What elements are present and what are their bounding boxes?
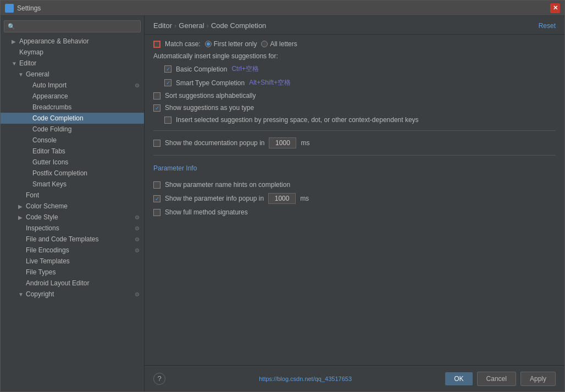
- sidebar-label: File Types: [26, 268, 56, 276]
- arrow-icon: ▼: [18, 71, 24, 78]
- all-letters-radio[interactable]: [261, 41, 268, 47]
- sidebar-item-appearance-behavior[interactable]: ▶ Appearance & Behavior: [1, 36, 144, 47]
- sidebar-label: Breadcrumbs: [32, 103, 71, 111]
- sidebar-item-file-code-templates[interactable]: File and Code Templates ⚙: [1, 234, 144, 245]
- show-param-hints-checkbox[interactable]: [153, 181, 160, 189]
- smart-type-checkbox[interactable]: [164, 79, 171, 86]
- arrow-icon: ▼: [12, 60, 17, 67]
- first-letter-label: First letter only: [214, 40, 257, 48]
- breadcrumb: Editor › General › Code Completion Reset: [145, 16, 564, 34]
- show-param-popup-label: Show the parameter info popup in: [165, 195, 264, 202]
- basic-completion-checkbox[interactable]: [164, 65, 171, 73]
- sidebar-item-smart-keys[interactable]: Smart Keys: [1, 179, 144, 190]
- show-param-popup-checkbox[interactable]: [153, 195, 160, 202]
- arrow-icon: ▼: [18, 291, 24, 297]
- settings-icon: ⚙: [135, 82, 140, 89]
- arrow-icon: ▶: [18, 203, 24, 209]
- settings-icon: ⚙: [135, 225, 140, 231]
- sidebar-item-code-style[interactable]: ▶ Code Style ⚙: [1, 212, 144, 223]
- show-full-method-checkbox[interactable]: [153, 209, 160, 216]
- show-full-method-row: Show full method signatures: [153, 208, 556, 216]
- settings-window: Settings ✕ 🔍 ▶ Appearance & Behavior Key…: [0, 0, 565, 392]
- sidebar-item-postfix-completion[interactable]: Postfix Completion: [1, 168, 144, 179]
- sidebar-item-font[interactable]: Font: [1, 190, 144, 201]
- sidebar-item-code-folding[interactable]: Code Folding: [1, 124, 144, 135]
- insert-selected-checkbox[interactable]: [164, 117, 171, 124]
- sidebar-label: Code Folding: [32, 125, 71, 133]
- basic-completion-label: Basic Completion: [176, 65, 227, 73]
- show-doc-popup-label: Show the documentation popup in: [165, 139, 264, 147]
- ok-button[interactable]: OK: [445, 372, 472, 385]
- sidebar-label: File Encodings: [26, 246, 69, 254]
- main-content: 🔍 ▶ Appearance & Behavior Keymap ▼ Edito…: [1, 16, 564, 391]
- titlebar: Settings ✕: [1, 1, 564, 16]
- settings-icon: ⚙: [135, 236, 140, 242]
- sidebar-item-auto-import[interactable]: Auto Import ⚙: [1, 80, 144, 91]
- sidebar-item-live-templates[interactable]: Live Templates: [1, 256, 144, 267]
- sidebar-label: Code Style: [26, 213, 58, 221]
- sidebar-label: Inspections: [26, 224, 59, 232]
- sidebar-item-file-encodings[interactable]: File Encodings ⚙: [1, 245, 144, 256]
- sidebar-label: Copyright: [26, 290, 54, 298]
- sidebar-item-file-types[interactable]: File Types: [1, 267, 144, 278]
- window-title: Settings: [17, 4, 41, 12]
- sidebar-label: General: [26, 70, 49, 78]
- sidebar-item-breadcrumbs[interactable]: Breadcrumbs: [1, 102, 144, 113]
- all-letters-radio-wrapper: All letters: [261, 40, 297, 48]
- insert-selected-row: Insert selected suggestion by pressing s…: [153, 116, 556, 124]
- sidebar-label: Gutter Icons: [32, 158, 68, 166]
- sidebar-label: Editor Tabs: [32, 147, 65, 155]
- app-icon: [5, 4, 14, 13]
- sidebar-item-editor-tabs[interactable]: Editor Tabs: [1, 146, 144, 157]
- basic-completion-shortcut: Ctrl+空格: [231, 64, 259, 74]
- sidebar-item-copyright[interactable]: ▼ Copyright ⚙: [1, 289, 144, 300]
- sidebar-item-inspections[interactable]: Inspections ⚙: [1, 223, 144, 234]
- sidebar-item-editor[interactable]: ▼ Editor: [1, 58, 144, 69]
- sidebar-item-android-layout-editor[interactable]: Android Layout Editor: [1, 278, 144, 289]
- sidebar-item-keymap[interactable]: Keymap: [1, 47, 144, 58]
- footer-url: https://blog.csdn.net/qq_43517653: [259, 376, 352, 382]
- show-suggestions-checkbox[interactable]: [153, 104, 160, 112]
- sort-suggestions-checkbox[interactable]: [153, 92, 160, 100]
- sidebar-item-general[interactable]: ▼ General: [1, 69, 144, 80]
- show-doc-popup-input[interactable]: 1000: [269, 137, 296, 148]
- parameter-info-header: Parameter Info: [153, 164, 197, 172]
- search-box: 🔍: [4, 20, 141, 32]
- arrow-icon: ▶: [18, 214, 24, 220]
- show-doc-popup-checkbox[interactable]: [153, 140, 160, 147]
- basic-completion-row: Basic Completion Ctrl+空格: [153, 64, 556, 74]
- sidebar-label: Android Layout Editor: [26, 279, 89, 287]
- sidebar-item-console[interactable]: Console: [1, 135, 144, 146]
- breadcrumb-code-completion: Code Completion: [211, 21, 266, 30]
- sidebar: 🔍 ▶ Appearance & Behavior Keymap ▼ Edito…: [1, 16, 145, 391]
- sidebar-label: Editor: [19, 59, 36, 67]
- sort-suggestions-label: Sort suggestions alphabetically: [165, 92, 256, 100]
- sidebar-label: Appearance: [32, 92, 68, 100]
- sidebar-label: Color Scheme: [26, 202, 68, 210]
- settings-icon: ⚙: [135, 214, 140, 220]
- right-panel: Editor › General › Code Completion Reset…: [145, 16, 564, 391]
- sidebar-item-code-completion[interactable]: Code Completion: [1, 113, 144, 124]
- reset-button[interactable]: Reset: [539, 22, 556, 30]
- footer: ? https://blog.csdn.net/qq_43517653 OK C…: [145, 365, 564, 391]
- first-letter-radio[interactable]: [205, 41, 212, 47]
- sidebar-item-color-scheme[interactable]: ▶ Color Scheme: [1, 201, 144, 212]
- settings-icon: ⚙: [135, 247, 140, 253]
- show-param-popup-ms: ms: [300, 195, 309, 202]
- smart-type-shortcut: Alt+Shift+空格: [249, 78, 291, 87]
- sidebar-item-appearance[interactable]: Appearance: [1, 91, 144, 102]
- close-button[interactable]: ✕: [550, 3, 560, 13]
- divider1: [153, 130, 556, 131]
- help-button[interactable]: ?: [153, 373, 165, 385]
- match-case-checkbox[interactable]: [153, 41, 160, 48]
- show-param-popup-input[interactable]: 1000: [268, 193, 296, 204]
- smart-type-label: Smart Type Completion: [176, 79, 245, 87]
- insert-selected-label: Insert selected suggestion by pressing s…: [176, 116, 419, 124]
- apply-button[interactable]: Apply: [520, 372, 556, 386]
- sidebar-label: Live Templates: [26, 257, 70, 265]
- search-input[interactable]: [18, 23, 137, 30]
- all-letters-label: All letters: [270, 40, 297, 48]
- search-icon: 🔍: [8, 23, 15, 30]
- cancel-button[interactable]: Cancel: [477, 372, 516, 386]
- sidebar-item-gutter-icons[interactable]: Gutter Icons: [1, 157, 144, 168]
